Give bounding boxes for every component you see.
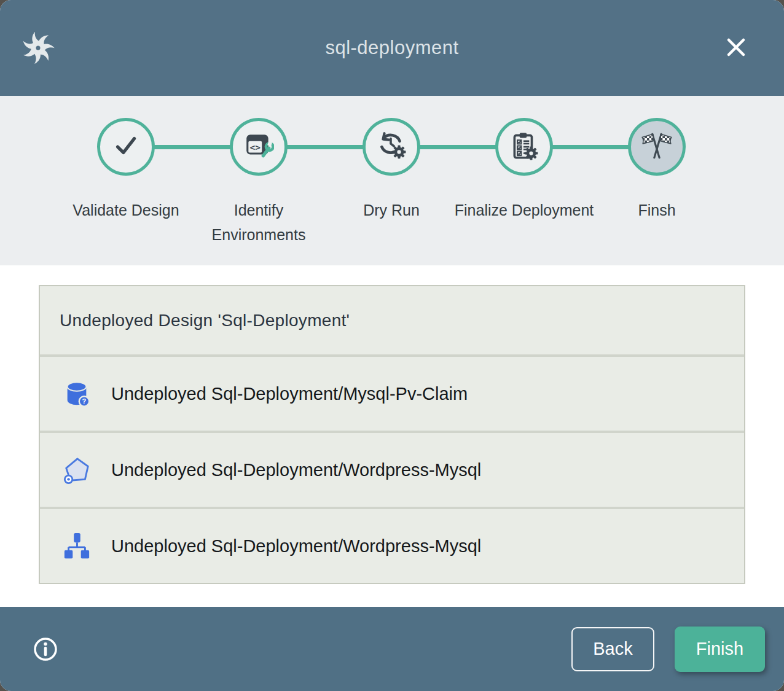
clipboard-gear-icon (509, 130, 539, 163)
result-row-pv-claim: ? Undeployed Sql-Deployment/Mysql-Pv-Cla… (40, 354, 744, 431)
code-wrench-icon: <> (243, 130, 274, 163)
step-label-identify-environments: Identify Environments (185, 198, 332, 247)
step-label-dry-run: Dry Run (318, 198, 465, 222)
deployment-wizard-dialog: sql-deployment (0, 0, 784, 691)
finish-button[interactable]: Finish (675, 627, 765, 672)
back-button[interactable]: Back (571, 627, 654, 671)
content-area: Undeployed Design 'Sql-Deployment' ? Und… (0, 265, 784, 607)
check-icon (111, 130, 141, 163)
step-finish[interactable] (628, 118, 686, 176)
title-bar: sql-deployment (0, 0, 784, 96)
wizard-stepper: <> (0, 96, 784, 265)
step-finalize-deployment[interactable] (495, 118, 553, 176)
svg-text:?: ? (82, 397, 87, 405)
close-button[interactable] (714, 26, 758, 70)
info-icon (32, 655, 59, 665)
result-row-service: Undeployed Sql-Deployment/Wordpress-Mysq… (40, 431, 744, 507)
app-logo-icon (21, 31, 55, 65)
svg-text:<>: <> (249, 142, 261, 152)
results-heading: Undeployed Design 'Sql-Deployment' (40, 286, 744, 354)
deployment-tree-icon (63, 532, 91, 560)
step-identify-environments[interactable]: <> (230, 118, 288, 176)
result-row-deployment: Undeployed Sql-Deployment/Wordpress-Mysq… (40, 507, 744, 583)
dialog-title: sql-deployment (0, 0, 784, 96)
service-pentagon-icon (63, 456, 91, 484)
result-text: Undeployed Sql-Deployment/Wordpress-Mysq… (111, 460, 481, 480)
step-label-finish: Finsh (583, 198, 731, 222)
action-bar: Back Finish (0, 607, 784, 691)
step-label-finalize-deployment: Finalize Deployment (450, 198, 598, 222)
result-text: Undeployed Sql-Deployment/Mysql-Pv-Claim (111, 384, 468, 404)
finish-flags-icon (640, 131, 673, 162)
dry-run-sync-icon (376, 130, 407, 163)
step-validate-design[interactable] (97, 118, 155, 176)
close-icon (724, 35, 748, 61)
deployment-results-panel: Undeployed Design 'Sql-Deployment' ? Und… (39, 285, 745, 584)
step-dry-run[interactable] (363, 118, 420, 176)
info-button[interactable] (32, 636, 59, 663)
result-text: Undeployed Sql-Deployment/Wordpress-Mysq… (111, 536, 481, 556)
database-question-icon: ? (63, 380, 91, 408)
step-label-validate-design: Validate Design (52, 198, 200, 222)
